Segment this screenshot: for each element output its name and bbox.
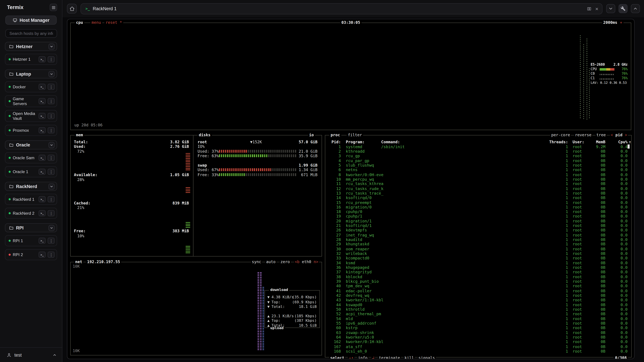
host-item-rpi-2[interactable]: RPI 2>_⋮ — [5, 249, 57, 260]
chevron-up-icon[interactable] — [52, 353, 56, 357]
net-interface-selector[interactable]: <b eth0 n> — [294, 259, 319, 264]
network-panel[interactable]: net 192.210.197.55 syncautozero<b eth0 n… — [70, 262, 322, 355]
process-row[interactable]: 15rcu_preempt1root0B0.0 — [328, 200, 629, 205]
proc-tab-per-core[interactable]: per-core — [550, 133, 571, 137]
host-item-oracle-sam[interactable]: Oracle Sam>_⋮ — [5, 152, 57, 163]
host-terminal-button[interactable]: >_ — [38, 210, 46, 216]
host-kebab-button[interactable]: ⋮ — [48, 56, 55, 62]
process-row[interactable]: 5slub_flushwq1root0B0.0 — [328, 163, 629, 167]
process-row[interactable]: 13rcu_tasks_trace_1root0B0.0 — [328, 191, 629, 195]
host-terminal-button[interactable]: >_ — [38, 113, 46, 119]
admin-tools-button[interactable] — [618, 4, 628, 13]
proc-tab-tree[interactable]: tree — [596, 133, 606, 137]
process-row[interactable]: 43kworker/1:1H-kbl1root0B0.0 — [328, 298, 629, 302]
host-terminal-button[interactable]: >_ — [38, 127, 46, 133]
close-icon[interactable]: × — [595, 6, 598, 11]
disks-panel[interactable]: disks io root ▼152K 57.0 GiB IO% Used: 3… — [193, 135, 322, 257]
process-row[interactable]: 40tpm_dev_wq1root0B0.0 — [328, 284, 629, 288]
tab-racknerd-1[interactable]: >_ RackNerd 1 × — [80, 3, 602, 14]
net-toggle-sync[interactable]: sync — [251, 259, 262, 264]
chevron-down-icon[interactable] — [48, 71, 55, 77]
host-item-game-servers[interactable]: Game Servers>_⋮ — [5, 95, 57, 107]
host-item-racknerd-2[interactable]: RackNerd 2>_⋮ — [5, 208, 57, 219]
host-terminal-button[interactable]: >_ — [38, 196, 46, 202]
process-row[interactable]: 2kthreadd1root0B0.0 — [328, 149, 629, 153]
host-item-hetzner-1[interactable]: Hetzner 1>_⋮ — [5, 54, 57, 65]
host-terminal-button[interactable]: >_ — [38, 84, 46, 90]
host-kebab-button[interactable]: ⋮ — [48, 98, 55, 104]
folder-header-laptop[interactable]: Laptop — [5, 69, 57, 78]
panel-expand-button[interactable] — [631, 4, 640, 13]
terminal[interactable]: cpu menu reset * 03:30:05 2000ms + E5-26… — [67, 19, 634, 359]
chevron-down-icon[interactable] — [48, 225, 55, 231]
process-row[interactable]: 63zswap-shrink1root0B0.0 — [328, 330, 629, 335]
process-row[interactable]: 19cpuhp/11root0B0.0 — [328, 214, 629, 219]
host-manager-button[interactable]: Host Manager — [5, 15, 57, 25]
host-kebab-button[interactable]: ⋮ — [48, 127, 55, 133]
rate-plus-label[interactable]: + — [619, 20, 624, 25]
home-button[interactable] — [67, 4, 77, 13]
proc-tab-reverse[interactable]: reverse — [574, 133, 592, 137]
process-row[interactable]: 41edac-poller1root0B0.0 — [328, 289, 629, 293]
host-kebab-button[interactable]: ⋮ — [48, 196, 55, 202]
process-row[interactable]: 60kstrp1root0B0.0 — [328, 326, 629, 330]
process-row[interactable]: 34ksmd1root0B0.0 — [328, 261, 629, 265]
process-row[interactable]: 3rcu_gp1root0B0.0 — [328, 153, 629, 158]
host-terminal-button[interactable]: >_ — [38, 155, 46, 161]
process-row[interactable]: 54mld1root0B0.0 — [328, 316, 629, 321]
chevron-down-icon[interactable] — [48, 183, 55, 189]
hamburger-menu-icon[interactable] — [50, 4, 57, 11]
process-row[interactable]: 36khugepaged1root0B0.0 — [328, 265, 629, 270]
net-toggle-zero[interactable]: zero — [280, 259, 291, 264]
cpu-panel[interactable]: cpu menu reset * 03:30:05 2000ms + E5-26… — [70, 23, 631, 130]
sidebar-footer[interactable]: test — [0, 347, 62, 362]
process-row[interactable]: 30oom_reaper1root0B0.0 — [328, 247, 629, 251]
process-row[interactable]: 39blkcg_punt_bio1root0B0.0 — [328, 279, 629, 284]
process-row[interactable]: 32writeback1root0B0.0 — [328, 251, 629, 256]
process-row[interactable]: 4rcu_par_gp1root0B0.0 — [328, 158, 629, 163]
process-row[interactable]: 29khungtaskd1root0B0.0 — [328, 242, 629, 246]
process-header[interactable]: Pid: Program: Command: Threads: User: Me… — [328, 140, 629, 144]
search-input[interactable] — [5, 29, 57, 38]
proc-sort-selector[interactable]: < pid > — [610, 133, 628, 137]
host-kebab-button[interactable]: ⋮ — [48, 113, 55, 119]
process-row[interactable]: 37kintegrityd1root0B0.0 — [328, 270, 629, 274]
host-kebab-button[interactable]: ⋮ — [48, 84, 55, 90]
process-row[interactable]: 27inet_frag_wq1root0B0.0 — [328, 233, 629, 237]
memory-panel[interactable]: mem Total:3.82 GiBUsed:2.76 GiB72%Availa… — [70, 135, 194, 257]
host-terminal-button[interactable]: >_ — [38, 56, 46, 62]
process-row[interactable]: 1systemd/sbin/init1root9.2M0.4 — [328, 144, 629, 149]
folder-header-racknerd[interactable]: RackNerd — [5, 182, 57, 191]
process-row[interactable]: 33kcompactd01root0B0.0 — [328, 256, 629, 260]
host-item-proxmox[interactable]: Proxmox>_⋮ — [5, 125, 57, 136]
host-item-rpi-1[interactable]: RPI 1>_⋮ — [5, 235, 57, 246]
process-row[interactable]: 14ksoftirqd/01root0B0.0 — [328, 195, 629, 200]
process-row[interactable]: 64kworker/u5:01root0B0.0 — [328, 335, 629, 339]
process-panel[interactable]: proc filter per-corereversetree< pid > P… — [325, 135, 632, 358]
host-item-docker[interactable]: Docker>_⋮ — [5, 81, 57, 92]
folder-header-oracle[interactable]: Oracle — [5, 140, 57, 149]
host-kebab-button[interactable]: ⋮ — [48, 210, 55, 216]
host-terminal-button[interactable]: >_ — [38, 98, 46, 104]
process-row[interactable]: 18cpuhp/01root0B0.0 — [328, 209, 629, 214]
process-row[interactable]: 10mm_percpu_wq1root0B0.0 — [328, 177, 629, 181]
chevron-down-icon[interactable] — [48, 43, 55, 49]
host-item-racknerd-1[interactable]: RackNerd 1>_⋮ — [5, 194, 57, 205]
process-row[interactable]: 11rcu_tasks_kthrea1root0B0.0 — [328, 182, 629, 186]
process-row[interactable]: 16migration/01root0B0.0 — [328, 205, 629, 209]
cpu-menu-label[interactable]: menu — [90, 20, 102, 25]
cpu-reset-label[interactable]: reset * — [104, 20, 123, 25]
panel-collapse-button[interactable] — [606, 4, 615, 13]
host-terminal-button[interactable]: >_ — [38, 252, 46, 258]
process-row[interactable]: 26kdevtmpfs1root0B0.0 — [328, 228, 629, 232]
process-row[interactable]: 55ipv6_addrconf1root0B0.0 — [328, 321, 629, 326]
folder-header-rpi[interactable]: RPI — [5, 223, 57, 232]
proc-filter-label[interactable]: filter — [347, 133, 363, 137]
process-row[interactable]: 20migration/11root0B0.0 — [328, 219, 629, 223]
host-kebab-button[interactable]: ⋮ — [48, 155, 55, 161]
host-terminal-button[interactable]: >_ — [38, 238, 46, 244]
process-row[interactable]: 28kauditd1root0B0.0 — [328, 237, 629, 242]
process-row[interactable]: 162kworker/0:1H-kbl1root0B0.0 — [328, 340, 629, 344]
host-kebab-button[interactable]: ⋮ — [48, 252, 55, 258]
process-row[interactable]: 21ksoftirqd/11root0B0.0 — [328, 223, 629, 228]
